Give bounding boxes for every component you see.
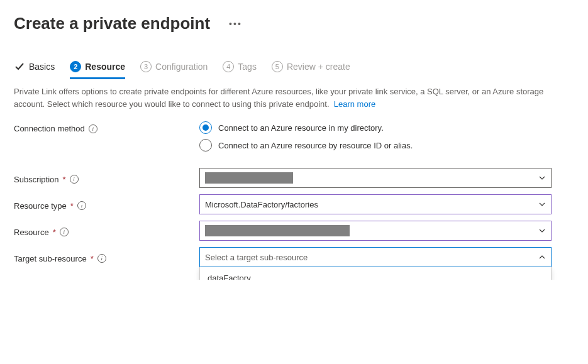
redacted-value bbox=[205, 225, 350, 236]
page-title: Create a private endpoint bbox=[14, 14, 210, 33]
chevron-down-icon bbox=[538, 227, 546, 234]
subscription-select[interactable] bbox=[199, 168, 552, 188]
radio-icon bbox=[199, 139, 212, 152]
select-value: Microsoft.DataFactory/factories bbox=[205, 200, 318, 209]
resource-type-label: Resource type bbox=[14, 201, 67, 211]
tab-review-create[interactable]: 5 Review + create bbox=[272, 58, 350, 79]
wizard-tabs: Basics 2 Resource 3 Configuration 4 Tags… bbox=[14, 58, 574, 79]
more-actions-icon[interactable]: ••• bbox=[225, 19, 246, 29]
tab-configuration[interactable]: 3 Configuration bbox=[140, 58, 208, 79]
step-number-icon: 4 bbox=[223, 61, 234, 72]
info-icon[interactable]: i bbox=[89, 124, 97, 133]
radio-icon bbox=[199, 121, 212, 134]
radio-connect-directory[interactable]: Connect to an Azure resource in my direc… bbox=[199, 121, 552, 134]
learn-more-link[interactable]: Learn more bbox=[334, 99, 375, 109]
checkmark-icon bbox=[14, 61, 25, 72]
tab-label: Resource bbox=[85, 62, 125, 72]
step-number-icon: 5 bbox=[272, 61, 283, 72]
chevron-up-icon bbox=[538, 253, 546, 261]
required-asterisk: * bbox=[63, 175, 66, 184]
tab-basics[interactable]: Basics bbox=[14, 58, 55, 79]
info-icon[interactable]: i bbox=[60, 228, 69, 236]
tab-label: Tags bbox=[238, 62, 257, 72]
tab-label: Configuration bbox=[155, 62, 208, 72]
chevron-down-icon bbox=[538, 201, 546, 208]
tab-label: Basics bbox=[29, 62, 55, 72]
radio-label: Connect to an Azure resource in my direc… bbox=[218, 123, 384, 133]
step-number-icon: 3 bbox=[140, 61, 152, 72]
connection-method-label: Connection method bbox=[14, 124, 85, 133]
subscription-label: Subscription bbox=[14, 175, 59, 184]
resource-select[interactable] bbox=[199, 221, 552, 241]
radio-connect-resource-id[interactable]: Connect to an Azure resource by resource… bbox=[199, 139, 552, 152]
resource-label: Resource bbox=[14, 228, 49, 237]
required-asterisk: * bbox=[70, 201, 74, 211]
target-sub-resource-dropdown: dataFactory portal bbox=[199, 267, 552, 280]
tab-description: Private Link offers options to create pr… bbox=[14, 85, 574, 110]
required-asterisk: * bbox=[91, 254, 94, 263]
chevron-down-icon bbox=[538, 174, 546, 182]
info-icon[interactable]: i bbox=[97, 254, 106, 263]
option-datafactory[interactable]: dataFactory bbox=[200, 267, 551, 280]
target-sub-resource-select[interactable]: Select a target sub-resource bbox=[199, 247, 552, 267]
info-icon[interactable]: i bbox=[70, 175, 79, 184]
info-icon[interactable]: i bbox=[77, 201, 86, 210]
resource-type-select[interactable]: Microsoft.DataFactory/factories bbox=[199, 194, 552, 214]
tab-label: Review + create bbox=[287, 62, 350, 72]
redacted-value bbox=[205, 172, 293, 184]
step-number-icon: 2 bbox=[70, 61, 81, 72]
select-placeholder: Select a target sub-resource bbox=[205, 253, 308, 262]
target-sub-resource-label: Target sub-resource bbox=[14, 254, 87, 263]
tab-resource[interactable]: 2 Resource bbox=[70, 58, 125, 79]
tab-tags[interactable]: 4 Tags bbox=[223, 58, 257, 79]
radio-label: Connect to an Azure resource by resource… bbox=[218, 141, 413, 150]
required-asterisk: * bbox=[53, 228, 56, 237]
